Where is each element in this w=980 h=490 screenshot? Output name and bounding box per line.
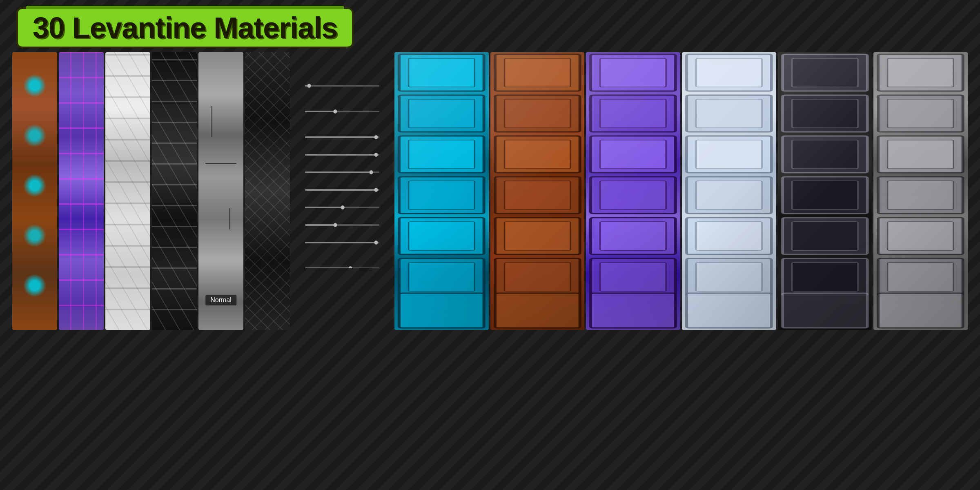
render-strip-purple <box>586 52 680 330</box>
ceramic-break-thumb[interactable] <box>374 188 378 192</box>
texture-strip-crack-dark <box>245 52 290 330</box>
svg-rect-16 <box>504 99 570 128</box>
svg-rect-14 <box>504 58 570 87</box>
texture-strip-crack-light: Normal <box>198 52 243 330</box>
ceramic-loose-fill <box>305 242 376 243</box>
svg-rect-74 <box>888 222 953 250</box>
ceramic-holes-fill <box>305 207 342 208</box>
svg-rect-1 <box>409 58 474 87</box>
ceramic-holes-thumb[interactable] <box>341 205 345 209</box>
svg-rect-51 <box>687 293 772 328</box>
svg-rect-72 <box>888 181 953 209</box>
ceramic-loose-slider[interactable] <box>302 241 383 245</box>
svg-rect-35 <box>600 222 666 250</box>
svg-rect-76 <box>888 263 953 291</box>
render-strip-white <box>682 52 776 330</box>
cement-amount-fill <box>305 224 335 226</box>
svg-rect-66 <box>888 58 953 87</box>
svg-rect-3 <box>409 99 474 128</box>
svg-rect-50 <box>696 263 762 291</box>
ceramic-break-track <box>305 189 379 191</box>
svg-rect-61 <box>792 222 858 250</box>
edge-sculpt-fill <box>305 154 376 156</box>
svg-rect-12 <box>399 293 484 328</box>
slider-thumb[interactable] <box>307 84 311 88</box>
main-layout: Normal ≡ Vol_01 - PROPERTIES ▼ Patte <box>0 52 980 330</box>
render-strip-cyan <box>394 52 489 330</box>
texture-strip-hex <box>105 52 150 330</box>
svg-rect-5 <box>409 140 474 169</box>
svg-rect-33 <box>600 181 666 209</box>
tile-slider-track <box>305 111 379 112</box>
svg-rect-59 <box>792 181 858 209</box>
ceramic-break-fill <box>305 189 376 191</box>
svg-rect-46 <box>696 181 762 209</box>
svg-rect-40 <box>696 58 762 87</box>
title-badge: 30 Levantine Materials <box>16 7 354 48</box>
clay-damage-thumb[interactable] <box>374 135 378 139</box>
svg-rect-27 <box>600 58 666 87</box>
svg-rect-24 <box>504 263 570 291</box>
ceramic-edge-thumb[interactable] <box>369 170 373 174</box>
edge-sculpt-slider[interactable] <box>302 153 383 158</box>
svg-rect-44 <box>696 140 762 169</box>
page-wrapper: 30 Levantine Materials Vol 01 / 10 Patte… <box>0 0 980 490</box>
ceramic-holes-track <box>305 207 379 208</box>
page-title: 30 Levantine Materials <box>33 13 337 42</box>
ceramic-edge-fill <box>305 172 370 173</box>
svg-rect-11 <box>409 263 474 291</box>
texture-strip-dark-hex <box>152 52 197 330</box>
texture-strip-clay <box>12 52 57 330</box>
render-strip-dark <box>778 52 872 330</box>
svg-rect-63 <box>792 263 858 291</box>
svg-rect-64 <box>782 293 867 328</box>
render-strip-orange <box>490 52 585 330</box>
svg-rect-55 <box>792 99 858 128</box>
svg-rect-37 <box>600 263 666 291</box>
svg-rect-18 <box>504 140 570 169</box>
svg-rect-57 <box>792 140 858 169</box>
ceramic-holes-slider[interactable] <box>302 206 383 210</box>
svg-rect-48 <box>696 222 762 250</box>
clay-damage-fill <box>305 136 376 138</box>
render-strip-grey <box>873 52 968 330</box>
svg-rect-38 <box>591 293 676 328</box>
svg-rect-9 <box>409 222 474 250</box>
svg-rect-29 <box>600 99 666 128</box>
svg-rect-70 <box>888 140 953 169</box>
cement-amount-track <box>305 224 379 226</box>
svg-rect-42 <box>696 99 762 128</box>
svg-rect-53 <box>792 58 858 87</box>
texture-strip-purple <box>59 52 104 330</box>
ceramic-break-slider[interactable] <box>302 188 383 193</box>
ceramic-edge-track <box>305 172 379 173</box>
edge-sculpt-thumb[interactable] <box>374 153 378 157</box>
svg-rect-68 <box>888 99 953 128</box>
tile-amount-slider[interactable] <box>302 110 383 114</box>
tile-slider-thumb[interactable] <box>333 109 337 114</box>
clay-damage-track <box>305 136 379 138</box>
svg-rect-20 <box>504 181 570 209</box>
svg-rect-31 <box>600 140 666 169</box>
pattern-number-slider[interactable] <box>302 84 383 89</box>
ceramic-loose-track <box>305 242 379 243</box>
edge-sculpt-track <box>305 154 379 156</box>
normal-label: Normal <box>205 295 236 305</box>
svg-rect-25 <box>495 293 580 328</box>
cement-amount-slider[interactable] <box>302 223 383 228</box>
ceramic-loose-thumb[interactable] <box>374 241 378 245</box>
svg-rect-7 <box>409 181 474 209</box>
clay-damage-slider[interactable] <box>302 136 383 140</box>
svg-rect-77 <box>878 293 963 328</box>
cement-amount-thumb[interactable] <box>333 223 337 227</box>
slider-track <box>305 85 379 87</box>
svg-rect-22 <box>504 222 570 250</box>
ceramic-edge-slider[interactable] <box>302 171 383 175</box>
tile-slider-fill <box>305 111 335 112</box>
